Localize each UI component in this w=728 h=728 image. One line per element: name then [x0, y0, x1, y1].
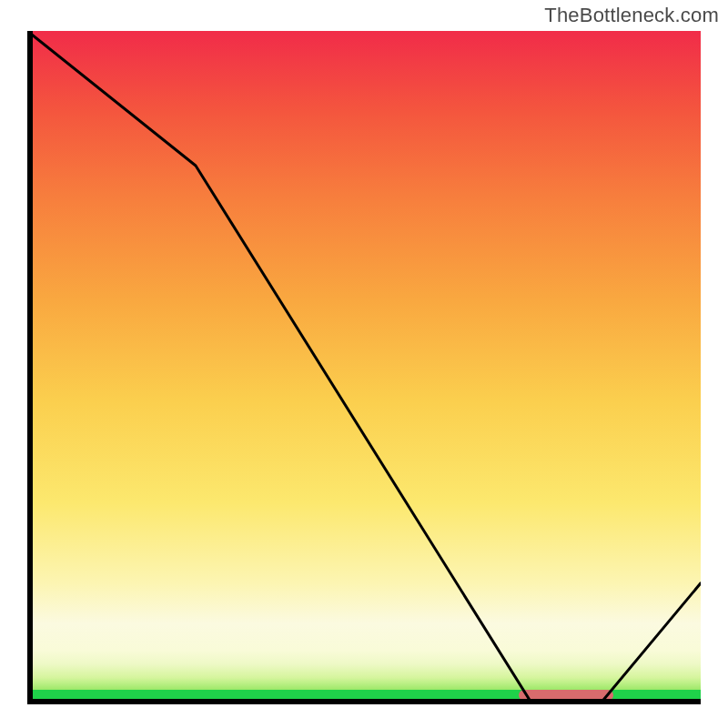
chart-container: TheBottleneck.com [0, 0, 728, 728]
bottleneck-curve [27, 31, 701, 704]
watermark-label: TheBottleneck.com [544, 4, 719, 27]
